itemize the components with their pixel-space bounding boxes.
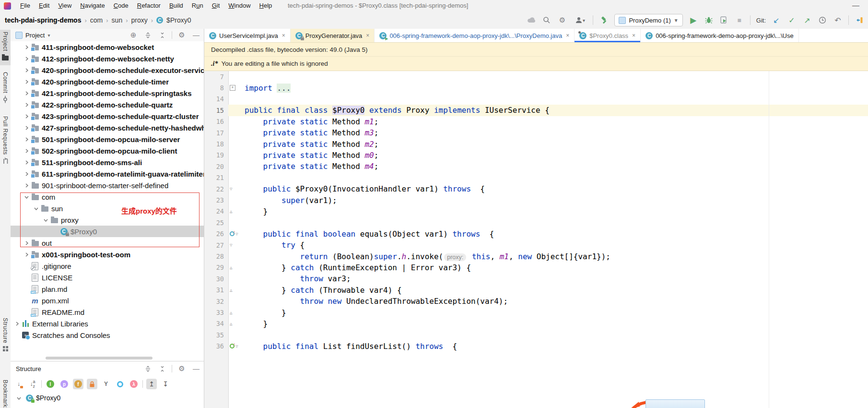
run-configuration-select[interactable]: ProxyDemo (1) ▼ (614, 14, 682, 26)
menu-item-view[interactable]: View (54, 0, 76, 12)
line-number[interactable]: 27 (204, 241, 228, 249)
tree-item[interactable]: MDplan.md (11, 283, 204, 295)
locate-file-icon[interactable]: ⊕ (129, 30, 138, 40)
breadcrumb-item[interactable]: com (90, 16, 103, 24)
stripe-button-structure[interactable]: Structure (0, 316, 11, 355)
sort-alphabetically-icon[interactable]: ↓az (27, 379, 38, 389)
history-clock-icon[interactable] (818, 15, 827, 25)
menu-item-git[interactable]: Git (208, 0, 224, 12)
hide-panel-icon[interactable]: — (191, 30, 201, 40)
line-number[interactable]: 8 (204, 84, 228, 92)
chevron-collapsed-icon[interactable] (22, 56, 31, 61)
line-number[interactable]: 31 (204, 286, 228, 294)
tree-item[interactable]: 420-springboot-demo-schedule-executor-se… (11, 64, 204, 76)
fold-close-icon[interactable]: ▵ (230, 264, 233, 271)
editor-tab[interactable]: CUserServiceImpl.java× (204, 29, 291, 42)
run-icon[interactable]: ▶ (689, 15, 698, 25)
coverage-icon[interactable] (719, 15, 729, 25)
structure-tree-item[interactable]: C $Proxy0 (14, 394, 60, 402)
fold-close-icon[interactable]: ▵ (230, 310, 233, 316)
rollback-icon[interactable]: ↶ (833, 15, 843, 25)
chevron-collapsed-icon[interactable] (22, 45, 31, 50)
show-lambdas-icon[interactable]: λ (129, 379, 139, 389)
fold-open-icon[interactable]: ▿ (235, 343, 238, 349)
line-number[interactable]: 18 (204, 140, 228, 148)
tree-item[interactable]: 501-springboot-demo-opcua-milo-server (11, 133, 204, 145)
menu-item-file[interactable]: File (16, 0, 35, 12)
build-hammer-icon[interactable] (599, 15, 609, 25)
tab-close-icon[interactable]: × (366, 32, 369, 39)
editor-tab[interactable]: CProxyGenerator.java× (291, 29, 375, 42)
tree-item[interactable]: LICENSE (11, 272, 204, 283)
chevron-collapsed-icon[interactable] (22, 91, 31, 96)
stop-icon[interactable]: ■ (735, 15, 744, 25)
line-number[interactable]: 36 (204, 342, 228, 350)
fold-open-icon[interactable]: ▿ (230, 186, 233, 192)
menu-item-help[interactable]: Help (255, 0, 277, 12)
breadcrumb-item[interactable]: tech-pdai-spring-demos (5, 16, 81, 24)
show-inherited-icon[interactable]: I (45, 379, 56, 389)
show-properties-icon[interactable]: p (59, 379, 70, 389)
build-cloud-icon[interactable] (527, 15, 536, 25)
tree-item[interactable]: 427-springboot-demo-schedule-netty-hashe… (11, 122, 204, 133)
commit-check-icon[interactable]: ✓ (787, 15, 797, 25)
settings-gear-icon[interactable]: ⚙ (557, 15, 567, 25)
debug-icon[interactable] (704, 15, 714, 25)
line-number[interactable]: 34 (204, 320, 228, 327)
line-number[interactable]: 32 (204, 298, 228, 305)
chevron-expanded-icon[interactable] (41, 217, 50, 223)
update-project-icon[interactable]: ↙ (772, 15, 781, 25)
tree-item[interactable]: out (11, 237, 204, 249)
tree-item[interactable]: 511-springboot-demo-sms-ali (11, 156, 204, 168)
fold-close-icon[interactable]: ▵ (230, 208, 233, 215)
line-number[interactable]: 15 (204, 107, 228, 114)
panel-settings-gear-icon[interactable]: ⚙ (177, 30, 187, 40)
tree-item[interactable]: 411-springboot-demo-websocket (11, 41, 204, 53)
chevron-collapsed-icon[interactable] (22, 252, 31, 257)
tree-item[interactable]: x001-springboot-test-oom (11, 249, 204, 260)
menu-item-window[interactable]: Window (224, 0, 255, 12)
chevron-collapsed-icon[interactable] (22, 114, 31, 119)
panel-settings-gear-icon[interactable]: ⚙ (177, 364, 187, 373)
line-number[interactable]: 26 (204, 230, 228, 238)
tree-item[interactable]: 901-sprinboot-demo-starter-self-defined (11, 180, 204, 191)
line-number[interactable]: 30 (204, 275, 228, 283)
push-icon[interactable]: ↗ (802, 15, 812, 25)
tree-item[interactable]: 420-springboot-demo-schedule-timer (11, 76, 204, 87)
fold-close-icon[interactable]: ▵ (230, 287, 233, 293)
stripe-button-project[interactable]: Project (0, 30, 11, 65)
editor-tab[interactable]: C▶006-spring-framework-demo-aop-proxy-jd… (375, 29, 575, 42)
chevron-expanded-icon[interactable] (32, 206, 40, 211)
line-number[interactable]: 16 (204, 118, 228, 125)
tree-item[interactable]: com (11, 191, 204, 203)
line-number[interactable]: 29 (204, 264, 228, 271)
hide-panel-icon[interactable]: — (191, 364, 201, 373)
collapse-all-icon[interactable] (157, 364, 167, 373)
line-number[interactable]: 7 (204, 73, 228, 81)
fold-open-icon[interactable]: ▿ (230, 242, 233, 248)
menu-item-code[interactable]: Code (109, 0, 133, 12)
chevron-collapsed-icon[interactable] (22, 183, 31, 188)
minimize-icon[interactable]: — (852, 0, 859, 11)
line-number[interactable]: 35 (204, 331, 228, 339)
tree-item[interactable]: mpom.xml (11, 295, 204, 306)
chevron-collapsed-icon[interactable] (12, 321, 21, 326)
chevron-collapsed-icon[interactable] (22, 68, 31, 73)
chevron-collapsed-icon[interactable] (22, 79, 31, 84)
tree-item[interactable]: MDREADME.md (11, 306, 204, 318)
menu-item-run[interactable]: Run (188, 0, 208, 12)
overriding-method-icon[interactable] (230, 231, 235, 236)
line-number[interactable]: 14 (204, 95, 228, 103)
tree-item[interactable]: 421-springboot-demo-schedule-springtasks (11, 87, 204, 99)
structure-panel-header[interactable]: Structure ⚙ — (11, 361, 204, 376)
search-everywhere-icon[interactable] (542, 15, 551, 25)
menu-item-navigate[interactable]: Navigate (76, 0, 109, 12)
line-number[interactable]: 19 (204, 151, 228, 159)
chevron-expanded-icon[interactable] (14, 396, 23, 401)
autoscroll-to-source-icon[interactable]: ↥ (146, 379, 157, 389)
tab-close-icon[interactable]: × (282, 32, 285, 39)
tree-item[interactable]: proxy (11, 214, 204, 226)
chevron-collapsed-icon[interactable] (22, 240, 31, 246)
tree-item[interactable]: 423-springboot-demo-schedule-quartz-clus… (11, 110, 204, 122)
line-number[interactable]: 22 (204, 185, 228, 193)
